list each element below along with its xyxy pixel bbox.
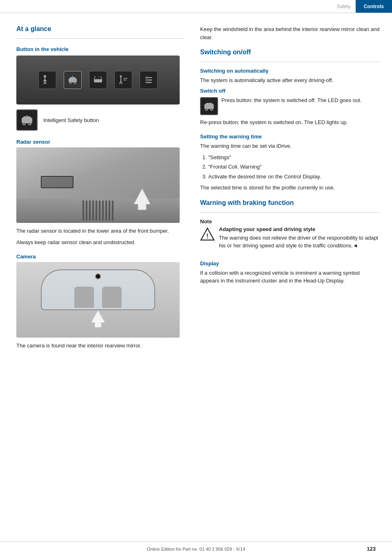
- switching-section: Switching on/off Switching on automatica…: [200, 49, 380, 126]
- svg-rect-11: [94, 79, 102, 82]
- warning-time-para: The warning time can be set via iDrive.: [200, 142, 380, 150]
- btn-icon-2: [64, 71, 82, 89]
- icon-speed-warn: [118, 74, 129, 86]
- btn-icon-1: [38, 71, 56, 89]
- warning-triangle-icon: !: [200, 227, 215, 242]
- svg-point-24: [146, 77, 148, 78]
- svg-marker-32: [134, 189, 150, 210]
- svg-point-10: [72, 76, 74, 77]
- svg-line-13: [100, 76, 102, 79]
- svg-point-29: [23, 122, 25, 125]
- list-item-1: "Settings": [208, 153, 380, 162]
- list-item-3: Activate the desired time on the Control…: [208, 173, 380, 181]
- btn-icon-5: [140, 71, 158, 89]
- note-bold: Adapting your speed and driving style: [219, 226, 380, 232]
- svg-rect-28: [23, 116, 31, 120]
- svg-line-5: [45, 82, 46, 84]
- svg-point-8: [69, 82, 71, 84]
- display-title: Display: [200, 260, 380, 267]
- svg-point-0: [44, 75, 46, 78]
- note-box: ! Adapting your speed and driving style …: [200, 226, 380, 253]
- safety-button-row: Intelligent Safety button: [16, 109, 184, 131]
- svg-point-25: [149, 79, 151, 81]
- switch-icon: [203, 100, 215, 112]
- icon-settings: [143, 74, 154, 86]
- warning-time-list: "Settings" "Frontal Coll. Warning" Activ…: [208, 153, 380, 181]
- radar-para2: Always keep radar sensor clean and unobs…: [16, 238, 184, 247]
- warning-time-title: Setting the warning time: [200, 133, 380, 140]
- svg-point-37: [211, 108, 213, 110]
- auto-para: The system is automatically active after…: [200, 76, 380, 85]
- icon-lane: [92, 74, 104, 86]
- radar-section-title: Radar sensor: [16, 139, 184, 145]
- intelligent-safety-icon: [20, 113, 34, 127]
- switch-off-row: Press button: the system is switched off…: [200, 96, 380, 115]
- header-safety-label: Safety: [332, 4, 356, 9]
- main-content: At a glance Button in the vehicle: [0, 13, 392, 357]
- camera-para1: The camera is found near the interior re…: [16, 342, 184, 350]
- page-number: 123: [367, 542, 376, 556]
- footer-text: Online Edition for Part no. 01 40 2 956 …: [147, 547, 245, 552]
- header-controls-label: Controls: [356, 0, 392, 13]
- svg-point-26: [147, 82, 149, 83]
- radar-arrow-icon: [133, 188, 151, 210]
- off-para2: Re-press button: the system is switched …: [200, 118, 380, 127]
- radar-para1: The radar sensor is located in the lower…: [16, 227, 184, 235]
- svg-point-31: [27, 115, 28, 116]
- radar-sensor-image: [16, 147, 180, 223]
- note-label: Note: [200, 218, 380, 225]
- note-content: Adapting your speed and driving style Th…: [219, 226, 380, 253]
- page-header: Safety Controls: [0, 0, 392, 13]
- camera-dot: [95, 274, 101, 279]
- switching-divider: [200, 62, 380, 62]
- svg-point-30: [29, 122, 31, 125]
- camera-section: Camera: [16, 254, 184, 350]
- left-column: At a glance Button in the vehicle: [0, 25, 192, 357]
- svg-point-15: [120, 76, 122, 78]
- warning-time-section: Setting the warning time The warning tim…: [200, 133, 380, 192]
- right-column: Keep the windshield in the area behind t…: [192, 25, 392, 357]
- switch-off-icon: [200, 97, 218, 115]
- intro-para: Keep the windshield in the area behind t…: [200, 25, 380, 41]
- display-para: If a collision with a recognized vehicle…: [200, 269, 380, 285]
- stored-para: The selected time is stored for the prof…: [200, 184, 380, 192]
- icon-car: [67, 74, 78, 86]
- svg-marker-33: [91, 310, 105, 327]
- switching-title: Switching on/off: [200, 49, 380, 56]
- radar-section: Radar sensor: [16, 139, 184, 246]
- svg-line-18: [121, 81, 122, 84]
- svg-rect-7: [70, 77, 76, 80]
- divider: [16, 38, 184, 39]
- svg-line-12: [94, 76, 96, 79]
- auto-title: Switching on automatically: [200, 68, 380, 74]
- button-icons-row: [38, 71, 158, 89]
- camera-section-title: Camera: [16, 254, 184, 260]
- svg-text:!: !: [206, 233, 208, 240]
- icon-pedestrian: [42, 74, 53, 86]
- svg-point-9: [74, 82, 76, 84]
- display-section: Display If a collision with a recognized…: [200, 260, 380, 285]
- button-section-title: Button in the vehicle: [16, 46, 184, 52]
- button-section: Button in the vehicle: [16, 46, 184, 131]
- list-item-2: "Frontal Coll. Warning": [208, 163, 380, 171]
- btn-icon-4: [114, 71, 132, 89]
- off-title: Switch off: [200, 88, 380, 94]
- svg-point-36: [205, 108, 207, 110]
- svg-rect-35: [206, 103, 212, 106]
- main-title: At a glance: [16, 25, 184, 33]
- warning-braking-section: Warning with braking function Note ! Ada…: [200, 199, 380, 253]
- off-para1: Press button: the system is switched off…: [221, 96, 361, 105]
- btn-icon-3: [89, 71, 107, 89]
- main-title-section: At a glance: [16, 25, 184, 39]
- safety-button-caption: Intelligent Safety button: [43, 117, 99, 123]
- note-para: The warning does not relieve the driver …: [219, 234, 380, 250]
- braking-divider: [200, 212, 380, 213]
- camera-image: [16, 262, 180, 338]
- vehicle-button-image: [16, 56, 180, 105]
- safety-button-icon: [16, 109, 38, 131]
- camera-arrow-icon: [90, 309, 106, 328]
- page-footer: Online Edition for Part no. 01 40 2 956 …: [0, 541, 392, 556]
- warning-braking-title: Warning with braking function: [200, 199, 380, 207]
